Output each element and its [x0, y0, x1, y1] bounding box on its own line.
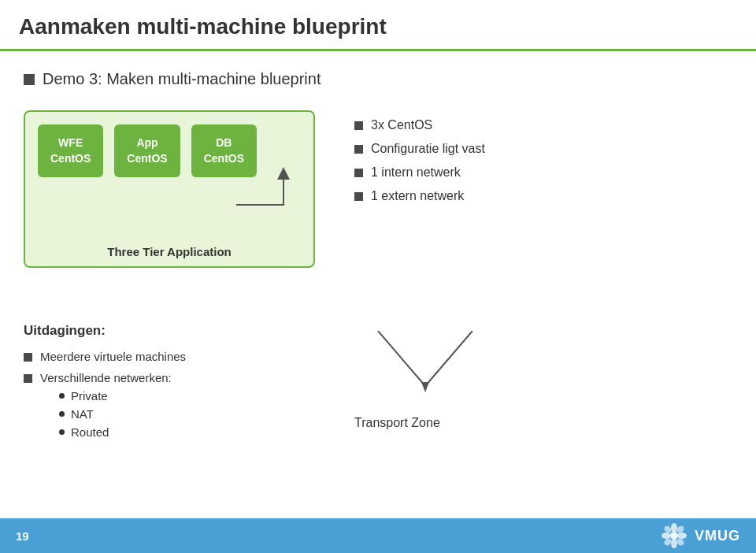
bullets-area: 3x CentOS Configuratie ligt vast 1 inter…	[354, 110, 732, 213]
footer-logo-text: VMUG	[695, 528, 740, 544]
vm-boxes-row: WFE CentOS App CentOS DB CentOS	[38, 124, 301, 177]
page-number: 19	[16, 529, 29, 543]
sub-text-nat: NAT	[71, 407, 94, 421]
wfe-box: WFE CentOS	[38, 124, 103, 177]
content-row: WFE CentOS App CentOS DB CentOS Three Ti…	[24, 110, 732, 284]
three-tier-label: Three Tier Application	[107, 245, 232, 258]
app-box: App CentOS	[114, 124, 180, 177]
svg-point-8	[677, 533, 687, 539]
sub-item-routed: Routed	[59, 425, 172, 439]
svg-point-7	[662, 533, 671, 539]
sub-items: Private NAT Routed	[59, 389, 172, 439]
bullet-square-3	[354, 169, 363, 177]
demo-title-text: Demo 3: Maken multi-machine blueprint	[43, 70, 321, 88]
challenge-item-1: Meerdere virtuele machines	[24, 350, 323, 363]
challenges-left: Uitdagingen: Meerdere virtuele machines …	[24, 323, 323, 451]
sub-item-nat: NAT	[59, 407, 172, 421]
bullet-text-3: 1 intern netwerk	[371, 165, 461, 180]
challenge-item-2-content: Verschillende netwerken: Private NAT	[40, 371, 172, 444]
transport-zone-label: Transport Zone	[354, 416, 440, 429]
bullet-item-3: 1 intern netwerk	[354, 165, 732, 180]
svg-line-1	[378, 331, 425, 386]
db-box: DB CentOS	[191, 124, 257, 177]
footer-logo: VMUG	[660, 521, 740, 550]
challenges-section: Uitdagingen: Meerdere virtuele machines …	[24, 323, 732, 451]
bullet-item-4: 1 extern netwerk	[354, 189, 732, 203]
sub-bullet-3	[59, 429, 65, 435]
sub-text-private: Private	[71, 389, 108, 403]
challenge-bullet-1	[24, 353, 32, 362]
vmug-logo-icon	[660, 521, 688, 550]
svg-point-6	[671, 539, 677, 548]
bullet-item-1: 3x CentOS	[354, 118, 732, 132]
challenge-text-1: Meerdere virtuele machines	[40, 350, 186, 363]
sub-text-routed: Routed	[71, 425, 109, 439]
challenge-text-2: Verschillende netwerken:	[40, 371, 172, 384]
transport-zone-svg	[354, 331, 496, 410]
bullet-text-4: 1 extern netwerk	[371, 189, 464, 203]
bullet-square-1	[354, 121, 363, 130]
svg-marker-3	[421, 382, 429, 392]
transport-zone-area: Transport Zone	[354, 323, 732, 430]
svg-line-2	[425, 331, 472, 386]
header: Aanmaken multi-machine blueprint	[0, 0, 756, 51]
sub-item-private: Private	[59, 389, 172, 403]
svg-point-4	[670, 532, 678, 540]
bullet-item-2: Configuratie ligt vast	[354, 142, 732, 156]
bullet-text-2: Configuratie ligt vast	[371, 142, 485, 156]
diagram-area: WFE CentOS App CentOS DB CentOS Three Ti…	[24, 110, 323, 284]
bullet-square-2	[354, 145, 363, 154]
page-title: Aanmaken multi-machine blueprint	[19, 14, 737, 39]
challenge-item-2: Verschillende netwerken: Private NAT	[24, 371, 323, 444]
main-content: Demo 3: Maken multi-machine blueprint WF…	[0, 51, 756, 451]
challenge-bullet-2	[24, 374, 32, 383]
diagram-wrapper: WFE CentOS App CentOS DB CentOS Three Ti…	[24, 110, 315, 284]
footer: 19 VMUG	[0, 518, 756, 553]
demo-title: Demo 3: Maken multi-machine blueprint	[24, 70, 732, 88]
sub-bullet-2	[59, 411, 65, 417]
bullet-square-4	[354, 192, 363, 201]
sub-bullet-1	[59, 393, 65, 399]
svg-point-5	[671, 523, 677, 533]
arrow-svg	[236, 173, 331, 236]
challenges-title: Uitdagingen:	[24, 323, 323, 339]
bullet-text-1: 3x CentOS	[371, 118, 432, 132]
